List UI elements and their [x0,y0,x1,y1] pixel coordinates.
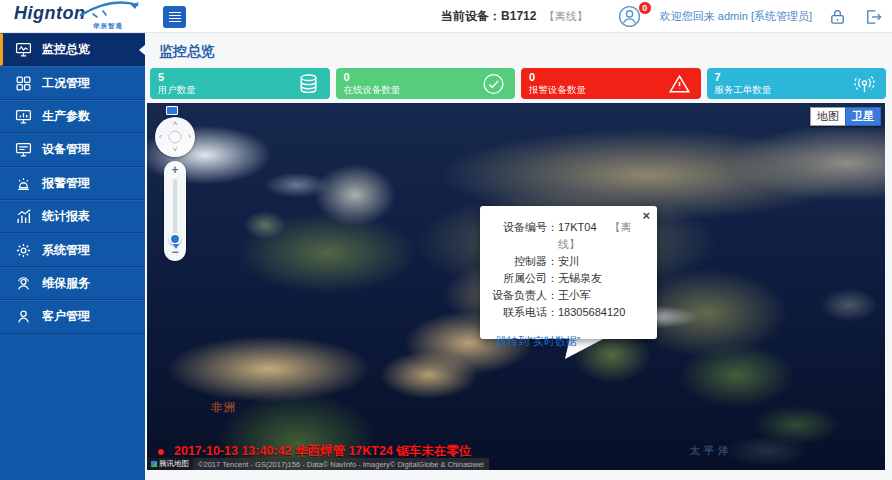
popup-value: 无锡泉友 [558,270,647,287]
popup-row-company: 所属公司： 无锡泉友 [488,270,647,287]
stat-card-online-devices[interactable]: 0 在线设备数量 [336,68,516,99]
monitor-icon [15,141,32,158]
tencent-logo-text: 腾讯地图 [159,459,189,469]
user-role: [系统管理员] [751,10,812,22]
sidebar-item-system-management[interactable]: 系统管理 [0,233,145,266]
sidebar-item-label: 设备管理 [42,141,90,158]
map-overview-tile-icon[interactable] [166,106,178,115]
warning-triangle-icon [667,71,692,96]
service-headset-icon [15,275,32,292]
popup-row-phone: 联系电话： 18305684120 [488,304,647,321]
sidebar-item-monitor-overview[interactable]: 监控总览 [0,33,145,66]
popup-row-device-id: 设备编号： 17KT04 【离线】 [488,219,647,253]
zoom-slider-knob[interactable] [169,233,181,245]
bar-chart-icon [15,208,32,225]
current-device-value: 当前设备：B1712 [441,9,536,23]
lock-icon [828,7,847,26]
welcome-text: 欢迎您回来 [660,10,715,22]
sidebar-toggle-button[interactable] [163,6,186,28]
sidebar-item-label: 报警管理 [42,175,90,192]
username: admin [718,10,748,22]
brand-name: Hignton [14,3,85,23]
sidebar-item-label: 统计报表 [42,208,90,225]
realtime-data-link[interactable]: 跳转到“实时数据” [496,334,647,349]
map-zoom-slider[interactable]: + − [164,161,186,261]
sidebar-item-statistics-reports[interactable]: 统计报表 [0,200,145,233]
popup-label: 所属公司： [488,270,558,287]
alert-bullet-dot [158,449,164,455]
sidebar-item-production-params[interactable]: 生产参数 [0,100,145,133]
hamburger-icon [169,10,181,24]
sidebar-item-label: 维保服务 [42,275,90,292]
swoosh-icon [79,0,141,18]
app-window: Hignton 华辰智通 当前设备：B1712 【离线】 [0,0,892,480]
map-type-map-button[interactable]: 地图 [810,107,845,126]
sidebar-item-label: 客户管理 [42,308,90,325]
map-pan-control[interactable]: ˄ ˅ ‹ › [155,117,195,157]
sidebar-item-label: 系统管理 [42,242,90,259]
popup-close-icon[interactable]: × [642,208,650,223]
map-label-africa: 非洲 [211,400,237,415]
stat-card-users[interactable]: 5 用户数量 [150,68,330,99]
person-icon [15,308,32,325]
monitor-chart-icon [15,108,32,125]
alarm-siren-icon [15,175,32,192]
broadcast-icon [852,71,877,96]
map-type-toggle: 地图 卫星 [810,107,881,126]
map-type-satellite-button[interactable]: 卫星 [845,107,881,126]
device-info-popup: × 设备编号： 17KT04 【离线】 控制器： 安川 所属公司： 无锡泉友 [480,206,657,339]
brand-logo: Hignton 华辰智通 [14,3,149,24]
stat-cards-row: 5 用户数量 0 在线设备数量 0 报警设备数量 [150,68,886,99]
sidebar-item-label: 生产参数 [42,108,90,125]
lock-screen-button[interactable] [828,7,847,26]
satellite-map[interactable]: 中 国 非洲 太平洋 ˄ ˅ ‹ › + − 地图 卫星 [147,103,885,470]
popup-value: 安川 [558,253,647,270]
welcome-user-link[interactable]: 欢迎您回来 admin [系统管理员] [660,9,812,24]
page-title: 监控总览 [159,43,215,61]
pan-left-arrow-icon[interactable]: ‹ [159,133,162,141]
map-label-pacific: 太平洋 [690,444,732,458]
stat-card-alarm-devices[interactable]: 0 报警设备数量 [521,68,701,99]
zoom-in-button[interactable]: + [164,163,186,177]
user-avatar-button[interactable]: 0 [618,5,644,29]
gear-icon [15,242,32,259]
sidebar-item-maintenance-service[interactable]: 维保服务 [0,267,145,300]
pan-right-arrow-icon[interactable]: › [188,133,191,141]
stat-card-service-orders[interactable]: 7 服务工单数量 [707,68,887,99]
sidebar-item-label: 工况管理 [42,75,90,92]
logout-icon [863,7,882,26]
sidebar-item-alarm-management[interactable]: 报警管理 [0,167,145,200]
pan-center-ring [169,131,182,144]
grid-icon [15,75,32,92]
device-status: 【离线】 [544,10,588,22]
map-attribution: 腾讯地图 ©2017 Tencent - GS(2017)156 - Data©… [147,458,489,470]
popup-label: 设备负责人： [488,287,558,304]
logout-button[interactable] [863,7,882,26]
tencent-maps-logo[interactable]: 腾讯地图 [147,458,193,470]
sidebar-item-label: 监控总览 [42,41,90,58]
main-content: 监控总览 5 用户数量 0 在线设备数量 0 报警设备数量 [145,33,892,480]
popup-value: 18305684120 [558,304,647,321]
check-circle-icon [481,71,506,96]
sidebar-item-work-condition[interactable]: 工况管理 [0,66,145,99]
pan-down-arrow-icon[interactable]: ˅ [173,146,178,154]
database-icon [296,71,321,96]
notification-badge: 0 [638,1,652,15]
popup-label: 联系电话： [488,304,558,321]
sidebar-item-customer-management[interactable]: 客户管理 [0,300,145,333]
pan-up-arrow-icon[interactable]: ˄ [173,120,178,128]
popup-value: 王小军 [558,287,647,304]
device-id-value: 17KT04 [558,221,597,233]
attribution-text: ©2017 Tencent - GS(2017)156 - Data© NavI… [193,458,489,470]
popup-value: 17KT04 【离线】 [558,219,647,253]
top-header: Hignton 华辰智通 当前设备：B1712 【离线】 [0,0,892,33]
popup-label: 设备编号： [488,219,558,253]
sidebar-nav: 监控总览 工况管理 生产参数 设备管理 报警管理 [0,33,145,480]
popup-row-controller: 控制器： 安川 [488,253,647,270]
sidebar-item-device-management[interactable]: 设备管理 [0,133,145,166]
brand-tagline: 华辰智通 [93,22,123,31]
monitor-overview-icon [15,41,32,58]
popup-label: 控制器： [488,253,558,270]
zoom-out-button[interactable]: − [164,245,186,259]
popup-row-owner: 设备负责人： 王小军 [488,287,647,304]
